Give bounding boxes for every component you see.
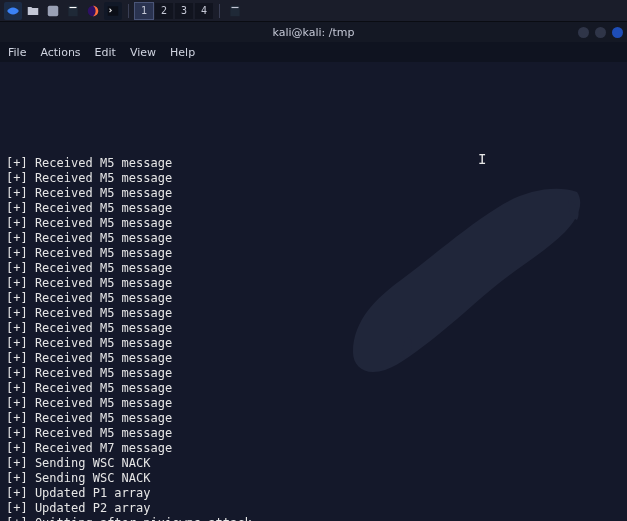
terminal-icon[interactable] <box>104 2 122 20</box>
svg-rect-4 <box>108 6 119 15</box>
terminal-line: [+] Received M5 message <box>6 201 621 216</box>
taskbar-separator <box>219 4 220 18</box>
menu-view[interactable]: View <box>130 46 156 59</box>
terminal-line: [+] Received M5 message <box>6 276 621 291</box>
terminal-line: [+] Received M5 message <box>6 186 621 201</box>
terminal-line: [+] Received M5 message <box>6 261 621 276</box>
window-title: kali@kali: /tmp <box>273 26 355 39</box>
taskbar-separator <box>128 4 129 18</box>
terminal-line: [+] Received M5 message <box>6 156 621 171</box>
app-icon[interactable] <box>44 2 62 20</box>
workspace-4[interactable]: 4 <box>195 3 213 19</box>
minimize-button[interactable] <box>578 27 589 38</box>
terminal-line: [+] Received M5 message <box>6 231 621 246</box>
terminal-line: [+] Received M7 message <box>6 441 621 456</box>
terminal-line: [+] Received M5 message <box>6 366 621 381</box>
terminal-line: [+] Received M5 message <box>6 396 621 411</box>
menu-file[interactable]: File <box>8 46 26 59</box>
terminal-line: [+] Received M5 message <box>6 321 621 336</box>
terminal-line: [+] Sending WSC NACK <box>6 456 621 471</box>
maximize-button[interactable] <box>595 27 606 38</box>
terminal-viewport[interactable]: I [+] Received M5 message[+] Received M5… <box>0 62 627 521</box>
running-app-icon[interactable] <box>226 2 244 20</box>
svg-rect-2 <box>70 6 77 7</box>
window-controls <box>578 27 623 38</box>
menubar: File Actions Edit View Help <box>0 42 627 62</box>
terminal-line: [+] Updated P2 array <box>6 501 621 516</box>
terminal-line: [+] Received M5 message <box>6 381 621 396</box>
terminal-line: [+] Received M5 message <box>6 246 621 261</box>
close-button[interactable] <box>612 27 623 38</box>
workspace-3[interactable]: 3 <box>175 3 193 19</box>
menu-edit[interactable]: Edit <box>95 46 116 59</box>
terminal-line: [+] Received M5 message <box>6 171 621 186</box>
taskbar: 1 2 3 4 <box>0 0 627 22</box>
folder-icon[interactable] <box>24 2 42 20</box>
terminal-line: [+] Received M5 message <box>6 426 621 441</box>
terminal-line: [+] Sending WSC NACK <box>6 471 621 486</box>
workspace-1[interactable]: 1 <box>135 3 153 19</box>
menu-help[interactable]: Help <box>170 46 195 59</box>
window-titlebar[interactable]: kali@kali: /tmp <box>0 22 627 42</box>
terminal-line: [+] Quitting after pixiewps attack <box>6 516 621 521</box>
terminal-line: [+] Received M5 message <box>6 336 621 351</box>
svg-rect-0 <box>48 5 59 16</box>
terminal-output: [+] Received M5 message[+] Received M5 m… <box>6 156 621 521</box>
terminal-line: [+] Received M5 message <box>6 411 621 426</box>
terminal-line: [+] Updated P1 array <box>6 486 621 501</box>
menu-actions[interactable]: Actions <box>40 46 80 59</box>
workspace-2[interactable]: 2 <box>155 3 173 19</box>
editor-icon[interactable] <box>64 2 82 20</box>
svg-rect-6 <box>232 6 239 7</box>
terminal-line: [+] Received M5 message <box>6 351 621 366</box>
terminal-line: [+] Received M5 message <box>6 291 621 306</box>
kali-menu-icon[interactable] <box>4 2 22 20</box>
terminal-line: [+] Received M5 message <box>6 306 621 321</box>
firefox-icon[interactable] <box>84 2 102 20</box>
terminal-line: [+] Received M5 message <box>6 216 621 231</box>
